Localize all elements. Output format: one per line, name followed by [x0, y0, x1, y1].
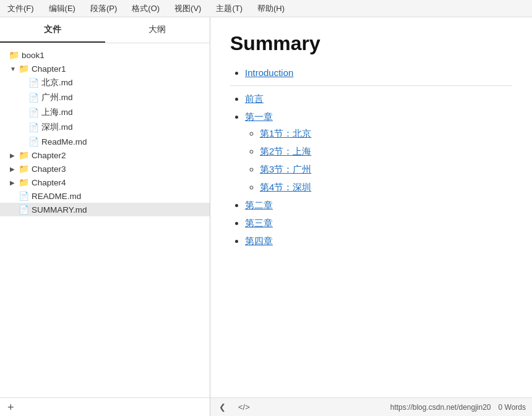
tree-item-summary[interactable]: 📄SUMMARY.md [0, 203, 210, 216]
folder-icon-chapter4: 📁 [19, 177, 29, 187]
code-button[interactable]: </> [236, 402, 252, 412]
tree-label-chapter3: Chapter3 [32, 164, 66, 174]
sidebar-footer: + [0, 397, 210, 416]
menubar: 文件(F) 编辑(E) 段落(P) 格式(O) 视图(V) 主题(T) 帮助(H… [0, 0, 532, 17]
list-item: 前言 [245, 93, 512, 105]
file-icon-shanghai: 📄 [28, 108, 39, 117]
content-body: SummaryIntroduction前言第一章第1节：北京第2节：上海第3节：… [210, 17, 532, 397]
tree-item-chapter2[interactable]: ▶ 📁Chapter2 [0, 148, 210, 162]
main-area: 文件 大纲 📁book1▼ 📁Chapter1📄北京.md📄广州.md📄上海.m… [0, 17, 532, 416]
file-icon-readme-root: 📄 [19, 191, 29, 201]
tree-item-chapter3[interactable]: ▶ 📁Chapter3 [0, 162, 210, 176]
content-link-chapter4[interactable]: 第四章 [245, 236, 273, 246]
folder-icon-chapter1: 📁 [19, 64, 29, 74]
sub-list-item: 第1节：北京 [260, 128, 512, 140]
file-icon-summary: 📄 [19, 205, 29, 214]
folder-icon-book1: 📁 [9, 50, 19, 60]
sub-list: 第1节：北京第2节：上海第3节：广州第4节：深圳 [245, 128, 512, 193]
section-separator [230, 85, 512, 86]
tree-arrow-chapter4: ▶ [10, 179, 19, 186]
content-area: SummaryIntroduction前言第一章第1节：北京第2节：上海第3节：… [210, 17, 532, 416]
tree-arrow-chapter3: ▶ [10, 166, 19, 172]
list-item: Introduction [245, 67, 512, 78]
tree-item-shenzhen[interactable]: 📄深圳.md [0, 120, 210, 135]
tree-item-chapter4[interactable]: ▶ 📁Chapter4 [0, 176, 210, 189]
tree-label-book1: book1 [22, 51, 45, 60]
file-icon-beijing: 📄 [28, 78, 39, 88]
file-tree: 📁book1▼ 📁Chapter1📄北京.md📄广州.md📄上海.md📄深圳.m… [0, 43, 210, 397]
menu-edit[interactable]: 编辑(E) [46, 2, 78, 15]
tree-item-book1[interactable]: 📁book1 [0, 48, 210, 62]
content-link-chapter2[interactable]: 第二章 [245, 200, 273, 210]
list-item: 第二章 [245, 200, 512, 211]
tree-arrow-chapter1: ▼ [10, 66, 19, 72]
menu-help[interactable]: 帮助(H) [255, 2, 287, 15]
menu-paragraph[interactable]: 段落(P) [88, 2, 119, 15]
tree-item-readme-root[interactable]: 📄README.md [0, 189, 210, 203]
main-list: 前言第一章第1节：北京第2节：上海第3节：广州第4节：深圳第二章第三章第四章 [230, 93, 512, 247]
tree-label-chapter1: Chapter1 [32, 64, 66, 74]
page-title: Summary [230, 32, 512, 55]
content-link-section1-4[interactable]: 第4节：深圳 [260, 182, 311, 192]
sub-list-item: 第3节：广州 [260, 164, 512, 176]
tree-item-readme1[interactable]: 📄ReadMe.md [0, 135, 210, 148]
tree-item-guangzhou[interactable]: 📄广州.md [0, 90, 210, 105]
menu-file[interactable]: 文件(F) [5, 2, 36, 15]
status-bar-left: ❮ </> [217, 402, 252, 412]
list-item: 第一章第1节：北京第2节：上海第3节：广州第4节：深圳 [245, 111, 512, 193]
file-icon-readme1: 📄 [28, 137, 39, 146]
tab-files[interactable]: 文件 [0, 17, 105, 43]
tree-label-chapter2: Chapter2 [32, 151, 66, 160]
prev-button[interactable]: ❮ [217, 402, 228, 412]
status-bar-right: https://blog.csdn.net/dengjin20 0 Words [390, 403, 526, 412]
sidebar-tabs: 文件 大纲 [0, 17, 210, 43]
menu-theme[interactable]: 主题(T) [213, 2, 245, 15]
menu-format[interactable]: 格式(O) [129, 2, 162, 15]
sub-list-item: 第2节：上海 [260, 146, 512, 158]
content-link-section1-3[interactable]: 第3节：广州 [260, 164, 311, 174]
sub-list-item: 第4节：深圳 [260, 182, 512, 193]
tree-label-chapter4: Chapter4 [32, 178, 66, 187]
add-file-button[interactable]: + [5, 402, 17, 413]
tree-label-guangzhou: 广州.md [41, 92, 73, 103]
status-bar: ❮ </> https://blog.csdn.net/dengjin20 0 … [210, 397, 532, 416]
tree-arrow-chapter2: ▶ [10, 152, 19, 159]
tree-item-shanghai[interactable]: 📄上海.md [0, 105, 210, 120]
status-words: 0 Words [499, 403, 526, 412]
tree-label-summary: SUMMARY.md [32, 205, 87, 214]
folder-icon-chapter3: 📁 [19, 164, 29, 174]
list-item: 第三章 [245, 218, 512, 229]
content-link-section1-1[interactable]: 第1节：北京 [260, 128, 311, 138]
file-icon-shenzhen: 📄 [28, 122, 39, 132]
tree-label-readme-root: README.md [32, 192, 81, 201]
content-link-chapter1[interactable]: 第一章 [245, 111, 273, 122]
content-link-preface[interactable]: 前言 [245, 93, 264, 104]
content-link-intro[interactable]: Introduction [245, 67, 293, 78]
folder-icon-chapter2: 📁 [19, 150, 29, 160]
sidebar: 文件 大纲 📁book1▼ 📁Chapter1📄北京.md📄广州.md📄上海.m… [0, 17, 210, 416]
menu-view[interactable]: 视图(V) [172, 2, 204, 15]
list-item: 第四章 [245, 236, 512, 247]
tree-label-shenzhen: 深圳.md [41, 122, 73, 133]
tree-item-chapter1[interactable]: ▼ 📁Chapter1 [0, 62, 210, 75]
tree-label-beijing: 北京.md [41, 77, 73, 88]
tree-label-readme1: ReadMe.md [41, 137, 87, 146]
file-icon-guangzhou: 📄 [28, 93, 39, 103]
tree-item-beijing[interactable]: 📄北京.md [0, 75, 210, 90]
tab-outline[interactable]: 大纲 [105, 17, 210, 43]
status-url: https://blog.csdn.net/dengjin20 [390, 403, 491, 412]
intro-list: Introduction [230, 67, 512, 78]
content-link-section1-2[interactable]: 第2节：上海 [260, 146, 311, 156]
tree-label-shanghai: 上海.md [41, 107, 73, 118]
content-link-chapter3[interactable]: 第三章 [245, 218, 273, 228]
